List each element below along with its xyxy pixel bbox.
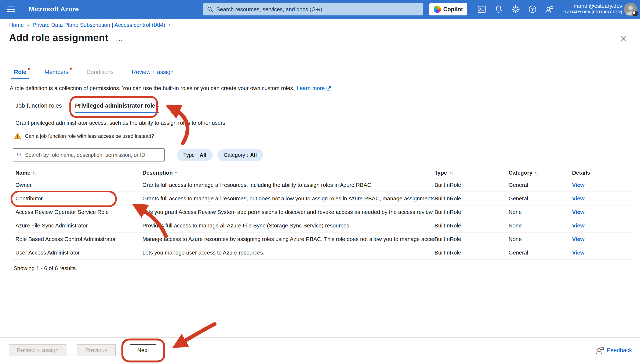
table-row-owner[interactable]: Owner Grants full access to manage all r…: [13, 178, 631, 192]
role-name: Role Based Access Control Administrator: [16, 236, 142, 242]
annotation-arrow-to-next-button: [178, 324, 215, 344]
role-type: BuiltInRole: [435, 182, 509, 188]
results-summary: Showing 1 - 6 of 6 results.: [14, 265, 77, 272]
role-category: General: [509, 182, 572, 188]
hamburger-menu-icon[interactable]: [6, 5, 16, 14]
copilot-button[interactable]: Copilot: [429, 3, 467, 16]
role-type-pivot: Job function roles Privileged administra…: [16, 102, 159, 113]
role-description: Provides full access to manage all Azure…: [142, 222, 435, 229]
required-dot: [70, 68, 72, 70]
column-header-type[interactable]: Type↑↓: [435, 170, 509, 176]
role-type: BuiltInRole: [435, 250, 509, 256]
previous-button[interactable]: Previous: [77, 344, 116, 356]
search-icon: [17, 152, 23, 158]
required-dot: [28, 68, 30, 70]
copilot-icon: [434, 6, 441, 13]
column-header-name[interactable]: Name↑↓: [16, 170, 142, 176]
job-function-roles-tab[interactable]: Job function roles: [16, 102, 62, 113]
account-tenant: ESTUARY.DEV (ESTUARY.DEV): [562, 10, 622, 14]
view-details-link[interactable]: View: [572, 250, 584, 256]
role-name: Owner: [16, 182, 142, 188]
page-title: Add role assignment: [9, 32, 108, 43]
more-actions-ellipsis[interactable]: …: [116, 34, 124, 43]
global-search-input[interactable]: [216, 6, 419, 13]
role-category: None: [509, 236, 572, 242]
role-description: Lets you manage user access to Azure res…: [142, 250, 435, 256]
table-header-row: Name↑↓ Description↑↓ Type↑↓ Category↑↓ D…: [13, 168, 631, 178]
role-type: BuiltInRole: [435, 222, 509, 229]
role-name: Contributor: [16, 195, 142, 202]
type-filter-pill[interactable]: Type :All: [177, 149, 213, 161]
sort-icons: ↑↓: [535, 170, 539, 176]
role-type: BuiltInRole: [435, 236, 509, 242]
lock-icon: [632, 11, 638, 16]
warning-message: ! Can a job function role with less acce…: [14, 133, 154, 139]
column-header-description[interactable]: Description↑↓: [142, 170, 435, 176]
cloud-shell-icon[interactable]: [477, 4, 487, 14]
wizard-tabs: Role Members Conditions Review + assign: [11, 69, 176, 79]
help-icon[interactable]: ?: [527, 4, 538, 14]
feedback-person-icon[interactable]: [544, 4, 554, 14]
copilot-label: Copilot: [443, 6, 463, 13]
table-row-user-access-admin[interactable]: User Access Administrator Lets you manag…: [13, 246, 631, 260]
account-info[interactable]: mahdi@estuary.dev ESTUARY.DEV (ESTUARY.D…: [562, 2, 622, 14]
brand-title[interactable]: Microsoft Azure: [29, 6, 79, 13]
add-role-assignment-page: Microsoft Azure Copilot ? mahdi@estuary.…: [0, 0, 640, 364]
sort-icons: ↑↓: [33, 170, 37, 176]
view-details-link[interactable]: View: [572, 222, 584, 229]
role-type: BuiltInRole: [435, 209, 509, 216]
tab-role[interactable]: Role: [11, 69, 30, 79]
view-details-link[interactable]: View: [572, 236, 584, 242]
settings-gear-icon[interactable]: [511, 4, 521, 14]
view-details-link[interactable]: View: [572, 195, 584, 202]
svg-text:?: ?: [531, 7, 534, 12]
role-category: None: [509, 222, 572, 229]
search-icon: [207, 6, 213, 12]
role-category: None: [509, 209, 572, 216]
table-row-azure-file-sync-admin[interactable]: Azure File Sync Administrator Provides f…: [13, 219, 631, 232]
chevron-right-icon: ›: [168, 22, 170, 28]
table-row-rbac-admin[interactable]: Role Based Access Control Administrator …: [13, 232, 631, 246]
column-header-category[interactable]: Category↑↓: [509, 170, 572, 176]
next-button[interactable]: Next: [130, 344, 156, 356]
role-description: Grants full access to manage all resourc…: [142, 182, 435, 188]
notifications-bell-icon[interactable]: [494, 4, 504, 14]
footer-divider: [0, 337, 640, 338]
tab-review-assign[interactable]: Review + assign: [129, 69, 176, 79]
view-details-link[interactable]: View: [572, 182, 584, 188]
table-row-contributor[interactable]: Contributor Grants full access to manage…: [13, 192, 631, 206]
role-search-input[interactable]: [25, 152, 161, 158]
learn-more-link[interactable]: Learn more: [297, 85, 331, 92]
external-link-icon: [326, 86, 331, 91]
tab-members[interactable]: Members: [42, 69, 72, 79]
role-type: BuiltInRole: [435, 195, 509, 202]
role-name: User Access Administrator: [16, 250, 142, 256]
review-assign-button[interactable]: Review + assign: [9, 344, 67, 356]
view-details-link[interactable]: View: [572, 209, 584, 215]
account-email: mahdi@estuary.dev: [562, 2, 622, 10]
feedback-button[interactable]: Feedback: [596, 346, 632, 354]
role-description: Manage access to Azure resources by assi…: [142, 236, 435, 242]
avatar[interactable]: [624, 3, 637, 16]
azure-top-bar: Microsoft Azure Copilot ? mahdi@estuary.…: [0, 0, 640, 18]
chevron-right-icon: ›: [27, 22, 29, 28]
svg-text:!: !: [17, 134, 18, 139]
sort-icons: ↑↓: [175, 170, 179, 176]
role-category: General: [509, 195, 572, 202]
category-filter-pill[interactable]: Category :All: [217, 149, 263, 161]
breadcrumb-subscription-link[interactable]: Private Data Plane Subscription | Access…: [33, 22, 165, 28]
warning-triangle-icon: !: [14, 133, 21, 139]
privileged-administrator-roles-tab[interactable]: Privileged administrator roles: [75, 102, 158, 113]
filter-row: Type :All Category :All: [13, 148, 268, 162]
breadcrumb-home-link[interactable]: Home: [9, 22, 24, 28]
tab-conditions[interactable]: Conditions: [84, 69, 117, 79]
feedback-person-icon: [596, 346, 604, 354]
close-icon[interactable]: [619, 34, 628, 44]
role-category: General: [509, 250, 572, 256]
role-intro-text: A role definition is a collection of per…: [10, 85, 331, 92]
roles-table: Name↑↓ Description↑↓ Type↑↓ Category↑↓ D…: [13, 168, 631, 260]
role-search-box[interactable]: [13, 148, 165, 162]
table-row-access-review-operator[interactable]: Access Review Operator Service Role Lets…: [13, 206, 631, 219]
global-search-bar[interactable]: [203, 3, 423, 16]
privileged-roles-description: Grant privileged administrator access, s…: [16, 120, 227, 126]
